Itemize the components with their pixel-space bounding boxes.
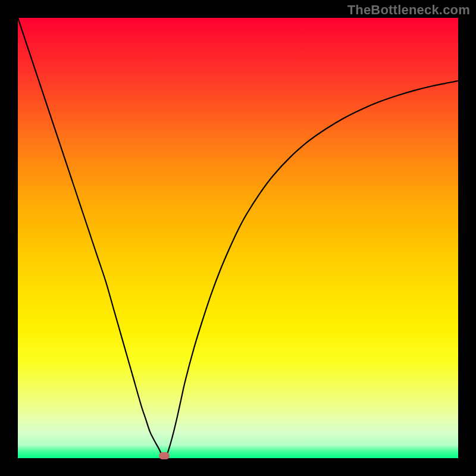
plot-area [18,18,458,458]
chart-frame: TheBottleneck.com [0,0,476,476]
minimum-point-marker [159,452,170,459]
bottleneck-curve [18,18,458,458]
watermark-text: TheBottleneck.com [347,2,470,18]
